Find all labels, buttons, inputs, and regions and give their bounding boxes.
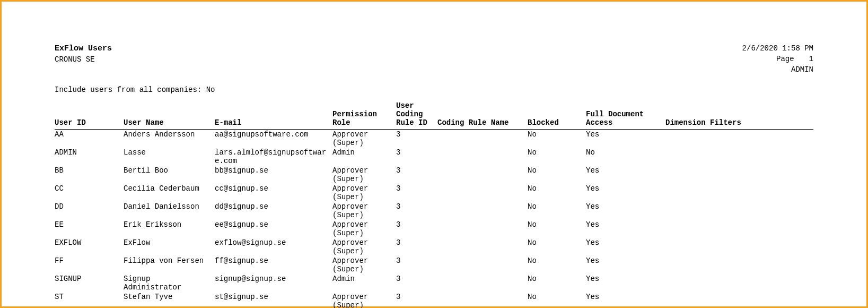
page-label: Page [776, 55, 794, 63]
cell-blocked: No [528, 130, 586, 148]
cell-rule-id: 3 [396, 274, 437, 292]
filter-label: Include users from all companies: [55, 85, 201, 94]
cell-permission-role: Approver (Super) [332, 166, 396, 184]
cell-blocked: No [528, 166, 586, 184]
cell-user-id: DD [55, 202, 124, 220]
cell-user-name: Bertil Boo [124, 166, 215, 184]
cell-blocked: No [528, 238, 586, 256]
cell-full-doc: Yes [586, 256, 665, 274]
cell-rule-id: 3 [396, 220, 437, 238]
table-row: EXFLOWExFlowexflow@signup.seApprover (Su… [55, 238, 813, 256]
report-page: ExFlow Users CRONUS SE 2/6/2020 1:58 PM … [0, 0, 868, 308]
report-title: ExFlow Users [55, 44, 112, 53]
cell-permission-role: Approver (Super) [332, 220, 396, 238]
table-body: AAAnders Anderssonaa@signupsoftware.comA… [55, 130, 813, 309]
cell-rule-name [437, 166, 528, 184]
col-header-coding-rule-name: Coding Rule Name [437, 101, 528, 130]
cell-email: lars.almlof@signupsoftware.com [215, 148, 332, 166]
cell-full-doc: Yes [586, 220, 665, 238]
cell-permission-role: Approver (Super) [332, 256, 396, 274]
col-header-email: E-mail [215, 101, 332, 130]
cell-blocked: No [528, 292, 586, 308]
cell-rule-id: 3 [396, 256, 437, 274]
cell-user-id: FF [55, 256, 124, 274]
company-name: CRONUS SE [55, 55, 112, 64]
cell-dim [665, 274, 813, 292]
col-header-user-coding-rule-id: User Coding Rule ID [396, 101, 437, 130]
cell-blocked: No [528, 256, 586, 274]
cell-email: exflow@signup.se [215, 238, 332, 256]
cell-dim [665, 184, 813, 202]
table-header-row: User ID User Name E-mail Permission Role… [55, 101, 813, 130]
cell-full-doc: Yes [586, 292, 665, 308]
table-row: BBBertil Boobb@signup.seApprover (Super)… [55, 166, 813, 184]
cell-user-id: ADMIN [55, 148, 124, 166]
table-row: STStefan Tyvest@signup.seApprover (Super… [55, 292, 813, 308]
cell-user-name: Cecilia Cederbaum [124, 184, 215, 202]
cell-blocked: No [528, 148, 586, 166]
cell-permission-role: Approver (Super) [332, 184, 396, 202]
cell-rule-name [437, 220, 528, 238]
cell-user-id: SIGNUP [55, 274, 124, 292]
cell-rule-id: 3 [396, 166, 437, 184]
cell-user-name: Anders Andersson [124, 130, 215, 148]
users-table: User ID User Name E-mail Permission Role… [55, 101, 813, 308]
table-row: FFFilippa von Fersenff@signup.seApprover… [55, 256, 813, 274]
cell-full-doc: No [586, 148, 665, 166]
page-number: Page 1 [776, 55, 813, 63]
cell-dim [665, 202, 813, 220]
cell-user-name: ExFlow [124, 238, 215, 256]
col-header-user-name: User Name [124, 101, 215, 130]
col-header-dimension-filters: Dimension Filters [665, 101, 813, 130]
header-right: 2/6/2020 1:58 PM Page 1 ADMIN [742, 44, 813, 74]
cell-blocked: No [528, 184, 586, 202]
cell-rule-name [437, 184, 528, 202]
cell-email: ff@signup.se [215, 256, 332, 274]
header-left: ExFlow Users CRONUS SE [55, 44, 112, 64]
cell-full-doc: Yes [586, 184, 665, 202]
col-header-full-document-access: Full Document Access [586, 101, 665, 130]
report-header: ExFlow Users CRONUS SE 2/6/2020 1:58 PM … [55, 44, 813, 74]
cell-user-name: Stefan Tyve [124, 292, 215, 308]
table-row: AAAnders Anderssonaa@signupsoftware.comA… [55, 130, 813, 148]
cell-full-doc: Yes [586, 274, 665, 292]
cell-email: st@signup.se [215, 292, 332, 308]
filter-value: No [206, 85, 215, 94]
cell-rule-name [437, 202, 528, 220]
table-row: SIGNUPSignup Administratorsignup@signup.… [55, 274, 813, 292]
cell-full-doc: Yes [586, 166, 665, 184]
cell-rule-id: 3 [396, 292, 437, 308]
cell-full-doc: Yes [586, 202, 665, 220]
table-row: CCCecilia Cederbaumcc@signup.seApprover … [55, 184, 813, 202]
cell-user-id: ST [55, 292, 124, 308]
cell-user-id: EXFLOW [55, 238, 124, 256]
page-number-value: 1 [799, 55, 813, 63]
cell-rule-name [437, 130, 528, 148]
col-header-blocked: Blocked [528, 101, 586, 130]
cell-rule-id: 3 [396, 148, 437, 166]
table-row: ADMINLasselars.almlof@signupsoftware.com… [55, 148, 813, 166]
cell-user-name: Erik Eriksson [124, 220, 215, 238]
cell-full-doc: Yes [586, 130, 665, 148]
col-header-permission-role: Permission Role [332, 101, 396, 130]
cell-rule-name [437, 292, 528, 308]
cell-rule-id: 3 [396, 184, 437, 202]
cell-dim [665, 220, 813, 238]
cell-rule-name [437, 256, 528, 274]
cell-user-name: Daniel Danielsson [124, 202, 215, 220]
cell-permission-role: Admin [332, 148, 396, 166]
cell-email: dd@signup.se [215, 202, 332, 220]
cell-user-id: BB [55, 166, 124, 184]
cell-blocked: No [528, 202, 586, 220]
table-row: DDDaniel Danielssondd@signup.seApprover … [55, 202, 813, 220]
cell-dim [665, 130, 813, 148]
cell-permission-role: Admin [332, 274, 396, 292]
cell-blocked: No [528, 274, 586, 292]
cell-user-name: Filippa von Fersen [124, 256, 215, 274]
cell-email: signup@signup.se [215, 274, 332, 292]
col-header-user-id: User ID [55, 101, 124, 130]
cell-user-name: Signup Administrator [124, 274, 215, 292]
cell-dim [665, 238, 813, 256]
cell-permission-role: Approver (Super) [332, 238, 396, 256]
table-row: EEErik Erikssonee@signup.seApprover (Sup… [55, 220, 813, 238]
